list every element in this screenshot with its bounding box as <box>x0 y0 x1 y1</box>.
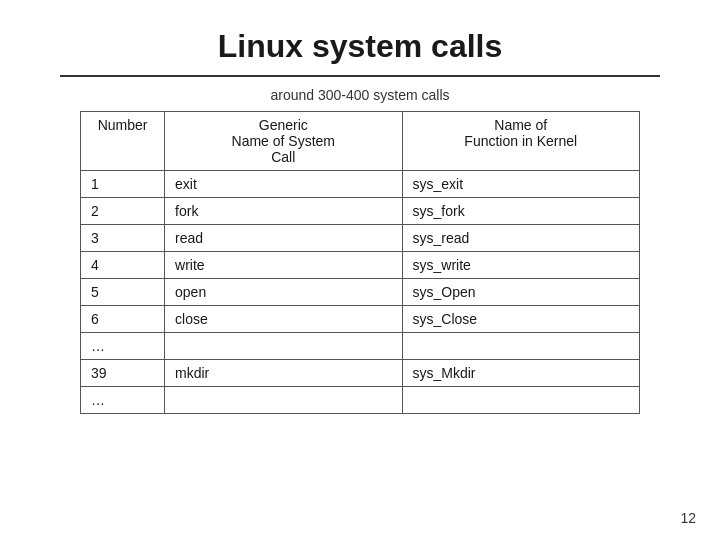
table-row: 2forksys_fork <box>81 198 640 225</box>
cell-name: sys_fork <box>402 198 639 225</box>
cell-generic: write <box>165 252 402 279</box>
cell-name: sys_read <box>402 225 639 252</box>
table-header-row: Number GenericName of SystemCall Name of… <box>81 112 640 171</box>
table-row: … <box>81 387 640 414</box>
cell-name <box>402 333 639 360</box>
cell-number: 3 <box>81 225 165 252</box>
title-divider <box>60 75 660 77</box>
page-number: 12 <box>680 510 696 526</box>
subtitle: around 300-400 system calls <box>0 87 720 103</box>
header-name: Name ofFunction in Kernel <box>402 112 639 171</box>
syscall-table: Number GenericName of SystemCall Name of… <box>80 111 640 414</box>
cell-generic: close <box>165 306 402 333</box>
table-row: 39mkdirsys_Mkdir <box>81 360 640 387</box>
table-row: 5opensys_Open <box>81 279 640 306</box>
header-number: Number <box>81 112 165 171</box>
cell-number: 39 <box>81 360 165 387</box>
table-wrapper: Number GenericName of SystemCall Name of… <box>60 111 660 414</box>
page-title: Linux system calls <box>0 0 720 75</box>
cell-name: sys_Close <box>402 306 639 333</box>
cell-generic: read <box>165 225 402 252</box>
cell-number: 5 <box>81 279 165 306</box>
cell-generic <box>165 333 402 360</box>
table-row: 1exitsys_exit <box>81 171 640 198</box>
cell-generic: mkdir <box>165 360 402 387</box>
cell-generic: fork <box>165 198 402 225</box>
table-row: … <box>81 333 640 360</box>
cell-name: sys_Open <box>402 279 639 306</box>
cell-number: 1 <box>81 171 165 198</box>
table-row: 6closesys_Close <box>81 306 640 333</box>
cell-name: sys_Mkdir <box>402 360 639 387</box>
cell-generic <box>165 387 402 414</box>
cell-number: … <box>81 387 165 414</box>
cell-number: 6 <box>81 306 165 333</box>
cell-number: 2 <box>81 198 165 225</box>
cell-name: sys_write <box>402 252 639 279</box>
table-row: 3readsys_read <box>81 225 640 252</box>
cell-name: sys_exit <box>402 171 639 198</box>
cell-generic: open <box>165 279 402 306</box>
cell-number: … <box>81 333 165 360</box>
header-generic: GenericName of SystemCall <box>165 112 402 171</box>
cell-name <box>402 387 639 414</box>
cell-number: 4 <box>81 252 165 279</box>
cell-generic: exit <box>165 171 402 198</box>
table-row: 4writesys_write <box>81 252 640 279</box>
